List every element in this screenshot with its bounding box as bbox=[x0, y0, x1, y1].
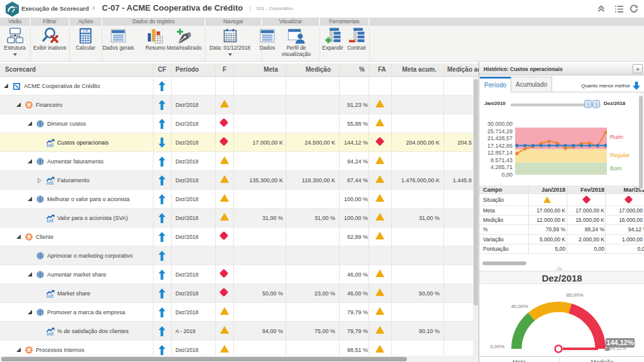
svg-text:6,89: 6,89 bbox=[83, 30, 89, 33]
